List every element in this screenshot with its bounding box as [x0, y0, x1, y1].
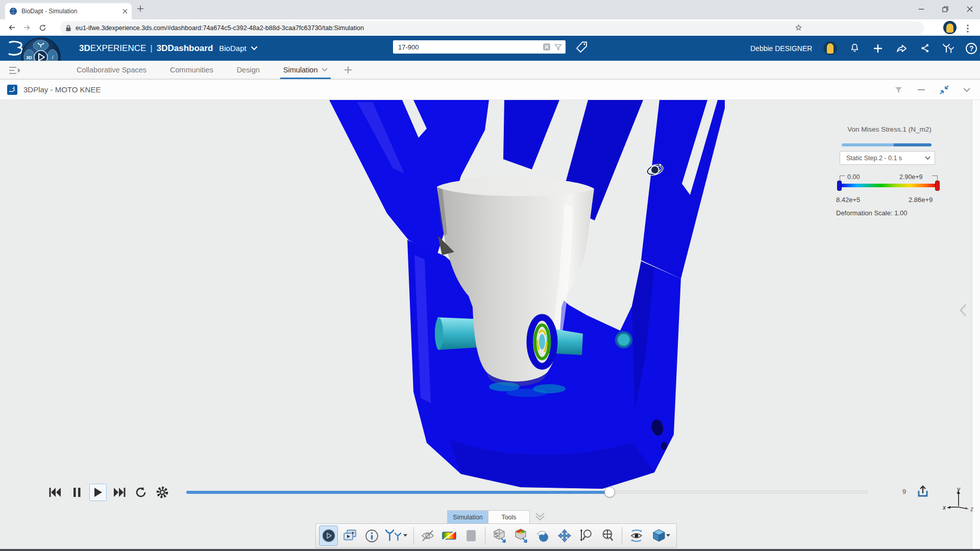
lock-icon	[65, 24, 71, 32]
svg-text:y: y	[957, 487, 961, 493]
browser-titlebar: BioDapt - Simulation	[0, 0, 980, 19]
zoom-in-out-icon[interactable]	[577, 525, 596, 546]
dashboard-chevron-down-icon[interactable]	[251, 46, 258, 51]
header-right: Debbie DESIGNER ?	[750, 36, 977, 61]
strut-mid	[503, 100, 559, 169]
slider-max-label: 2.90e+9	[899, 173, 923, 181]
frame-hole-small	[661, 442, 667, 450]
legend-step-progress	[842, 143, 932, 146]
sidebar-expand-icon[interactable]	[8, 65, 21, 76]
toolbar-more-chevrons-icon[interactable]	[534, 512, 546, 522]
add-tab-button[interactable]	[344, 66, 352, 74]
slider-min-label: 0.00	[847, 173, 860, 181]
browser-menu-icon[interactable]	[967, 24, 969, 33]
search-input[interactable]	[398, 43, 540, 51]
strut-right-outer	[641, 100, 725, 279]
search-filter-icon[interactable]	[554, 43, 562, 52]
legend-title: Von Mises Stress.1 (N_m2)	[837, 126, 942, 133]
window-close-button[interactable]	[965, 4, 975, 14]
taskbar-edge	[0, 549, 980, 551]
play-experience-icon[interactable]	[319, 525, 338, 546]
examine-eye-icon[interactable]	[627, 525, 646, 546]
svg-text:z: z	[970, 506, 973, 513]
widget-filter-icon[interactable]	[894, 85, 903, 95]
app-name: 3DDashboard	[157, 43, 213, 54]
search-clear-icon[interactable]	[543, 43, 551, 51]
tab-chevron-down-icon[interactable]	[322, 68, 328, 72]
notifications-bell-icon[interactable]	[848, 42, 861, 55]
plane-swatch-icon[interactable]	[461, 525, 480, 546]
result-cube-icon[interactable]	[512, 525, 531, 546]
tab-communities[interactable]: Communities	[170, 61, 213, 79]
browser-tab[interactable]: BioDapt - Simulation	[5, 3, 132, 19]
svg-text:x: x	[942, 504, 946, 511]
dropdown-caret-icon	[403, 534, 407, 537]
compass-3d-label: 3D	[26, 55, 32, 60]
help-icon[interactable]: ?	[966, 43, 977, 54]
slider-handle-min[interactable]	[837, 181, 842, 191]
dashboard-name[interactable]: BioDapt	[219, 44, 246, 53]
favicon-globe-icon	[9, 7, 17, 15]
pause-button[interactable]	[68, 484, 86, 501]
widget-menu-chevron-icon[interactable]	[963, 87, 971, 92]
frame-number: 9	[902, 488, 906, 495]
right-panel-strip	[972, 100, 980, 549]
tags-icon[interactable]	[576, 41, 588, 53]
url-field[interactable]	[76, 24, 790, 32]
new-tab-button[interactable]	[137, 5, 144, 12]
screen: BioDapt - Simulation	[0, 0, 980, 551]
mesh-cube-icon[interactable]	[490, 525, 509, 546]
hide-show-icon[interactable]	[419, 525, 437, 546]
viewer-tab-simulation[interactable]: Simulation	[448, 511, 488, 523]
tab-simulation[interactable]: Simulation	[283, 61, 328, 79]
zoom-fit-icon[interactable]	[598, 525, 617, 546]
bookmark-star-icon[interactable]	[794, 23, 803, 32]
browser-profile-avatar[interactable]	[943, 21, 957, 34]
panel-collapse-chevron-icon[interactable]	[959, 303, 968, 317]
legend-toggle-icon[interactable]	[440, 525, 459, 546]
back-button[interactable]	[4, 21, 19, 34]
window-minimize-button[interactable]	[916, 4, 926, 14]
forward-button[interactable]	[19, 21, 35, 34]
3ds-people-logo-icon[interactable]	[942, 42, 954, 55]
3dplay-app-icon	[7, 85, 17, 95]
viewer-tab-tools[interactable]: Tools	[488, 511, 529, 523]
share-network-icon[interactable]	[919, 42, 931, 55]
window-restore-button[interactable]	[940, 4, 950, 14]
step-selector[interactable]: Static Step.2 - 0.1 s	[840, 151, 935, 165]
user-name[interactable]: Debbie DESIGNER	[750, 44, 812, 53]
user-avatar[interactable]	[823, 41, 837, 55]
export-icon[interactable]	[916, 485, 930, 499]
widget-minimize-icon[interactable]	[917, 85, 926, 94]
select-chevron-down-icon	[925, 156, 930, 160]
add-content-icon[interactable]	[872, 42, 884, 55]
viewer-toolbar-tabs: Simulation Tools	[447, 510, 530, 524]
media-stack-icon[interactable]	[340, 525, 359, 546]
share-arrow-icon[interactable]	[895, 42, 908, 55]
player-settings-gear-icon[interactable]	[154, 484, 171, 501]
play-button[interactable]	[89, 484, 107, 501]
loop-button[interactable]	[132, 484, 150, 501]
model-moto-knee[interactable]	[0, 100, 980, 549]
result-max-value: 2.86e+9	[909, 196, 933, 204]
stress-color-slider[interactable]	[840, 184, 938, 187]
tab-design[interactable]: Design	[237, 61, 260, 79]
brand-title: 3DEXPERIENCE | 3DDashboard BioDapt	[79, 36, 258, 61]
tab-collaborative-spaces[interactable]: Collaborative Spaces	[77, 61, 146, 79]
widget-restore-icon[interactable]	[939, 85, 949, 95]
tab-close-icon[interactable]	[122, 9, 128, 14]
global-search[interactable]	[393, 40, 566, 54]
reload-button[interactable]	[35, 21, 50, 34]
timeline-handle[interactable]	[604, 487, 615, 497]
info-icon[interactable]	[362, 525, 381, 546]
omnibox[interactable]	[60, 21, 924, 34]
skip-to-start-button[interactable]	[46, 484, 64, 501]
rotate-turntable-icon[interactable]	[533, 525, 552, 546]
people-experience-icon[interactable]	[384, 525, 409, 546]
pan-icon[interactable]	[555, 525, 574, 546]
slider-handle-max[interactable]	[935, 181, 940, 191]
skip-to-end-button[interactable]	[111, 484, 128, 501]
nav-tabs: Collaborative Spaces Communities Design …	[77, 61, 352, 79]
widget-header: 3DPlay - MOTO KNEE	[0, 79, 980, 100]
iso-view-cube-icon[interactable]	[649, 525, 674, 546]
